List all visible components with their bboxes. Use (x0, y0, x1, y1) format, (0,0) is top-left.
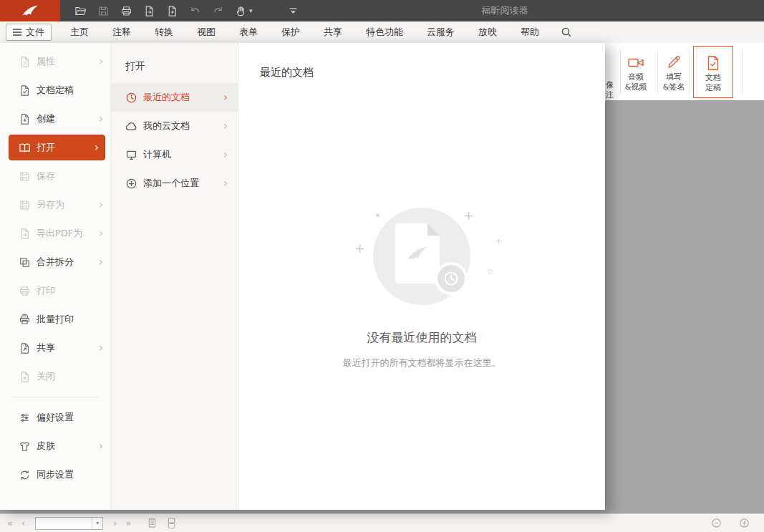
tab-form[interactable]: 表单 (239, 26, 258, 39)
cloud-icon (125, 120, 137, 132)
chevron-right-icon: › (223, 178, 228, 189)
ribbon-tabs: 主页 注释 转换 视图 表单 保护 共享 特色功能 云服务 放映 帮助 (70, 26, 539, 39)
foxit-watermark-icon (406, 244, 429, 263)
clock-icon (125, 92, 137, 104)
share-icon (19, 342, 31, 354)
chevron-right-icon: › (99, 57, 103, 67)
document-check-icon (694, 51, 732, 71)
undo-icon[interactable] (189, 5, 201, 17)
file-menu-item-doc-finalize[interactable]: 文档定稿 (0, 76, 110, 105)
save-as-icon (19, 199, 31, 211)
open-panel-item-recent-docs[interactable]: 最近的文档 › (111, 83, 238, 112)
open-panel-header: 打开 (125, 60, 238, 73)
audio-video-label-1: 音频 (616, 72, 656, 82)
foxit-logo-button[interactable] (0, 0, 60, 21)
open-panel-item-add-place[interactable]: 添加一个位置 › (111, 169, 238, 198)
tab-home[interactable]: 主页 (70, 26, 89, 39)
zoom-out-icon[interactable] (711, 518, 722, 528)
search-icon[interactable] (561, 26, 572, 38)
folded-corner-flap (427, 223, 440, 236)
quick-access-toolbar: ▾ (74, 5, 299, 17)
print-icon (19, 285, 31, 297)
ribbon-doc-finalize-button[interactable]: 文档 定稿 (693, 46, 733, 98)
tab-help[interactable]: 帮助 (521, 26, 539, 39)
foxit-logo-icon (21, 4, 39, 17)
file-menu-item-save-as[interactable]: 另存为 › (0, 190, 110, 219)
file-menu-sidebar: 属性 › 文档定稿 创建 › 打开 › 保存 另存为 › 导出PDF为 (0, 43, 111, 510)
tab-convert[interactable]: 转换 (155, 26, 173, 39)
page-dropdown-icon[interactable]: ▾ (92, 518, 102, 529)
file-menu-item-combine-split[interactable]: 合并拆分 › (0, 248, 110, 276)
redo-icon[interactable] (212, 5, 224, 17)
statusbar-right-controls (707, 518, 754, 528)
plus-decoration-icon: + (463, 209, 474, 222)
chevron-right-icon: › (99, 343, 103, 354)
file-menu-item-properties[interactable]: 属性 › (0, 47, 110, 76)
sync-settings-icon (19, 469, 31, 481)
preferences-icon (19, 412, 31, 424)
last-page-icon[interactable]: » (121, 518, 135, 528)
file-menu-button[interactable]: 文件 (6, 24, 52, 41)
dot-decoration (488, 269, 493, 274)
pencil-icon (654, 50, 694, 70)
doc-create-icon[interactable] (166, 5, 178, 17)
open-icon (19, 142, 31, 154)
open-file-icon[interactable] (74, 5, 87, 17)
recent-documents-content: 最近的文档 + + + 没有最近使用的文档 最近打开的所有文 (238, 43, 605, 510)
tab-special-features[interactable]: 特色功能 (366, 26, 403, 39)
prev-page-icon[interactable]: ‹ (17, 518, 29, 528)
clock-badge-icon (435, 262, 468, 295)
file-menu-item-batch-print[interactable]: 批量打印 (0, 305, 110, 334)
page-number-input[interactable] (36, 518, 92, 529)
save-icon[interactable] (97, 5, 110, 17)
plus-decoration-icon: + (354, 242, 365, 255)
file-menu-item-close[interactable]: 关闭 (0, 362, 110, 391)
save-icon (19, 170, 31, 183)
next-page-icon[interactable]: › (109, 518, 121, 528)
doc-export-icon[interactable] (143, 5, 155, 17)
tab-comment[interactable]: 注释 (112, 26, 131, 39)
ribbon-fill-sign-button[interactable]: 填写 &签名 (654, 50, 694, 92)
file-button-label: 文件 (26, 26, 44, 39)
chevron-right-icon: › (99, 228, 103, 239)
file-menu-panel: 属性 › 文档定稿 创建 › 打开 › 保存 另存为 › 导出PDF为 (0, 43, 605, 510)
fill-sign-label-2: &签名 (654, 82, 694, 92)
skin-icon (19, 440, 31, 453)
tab-view[interactable]: 视图 (197, 26, 216, 39)
file-menu-item-share[interactable]: 共享 › (0, 334, 110, 362)
page-number-combobox: ▾ (35, 517, 103, 530)
file-menu-item-create[interactable]: 创建 › (0, 105, 110, 133)
menu-divider (11, 397, 99, 397)
print-icon[interactable] (120, 5, 132, 17)
first-page-icon[interactable]: « (3, 518, 17, 528)
zoom-in-icon[interactable] (739, 518, 750, 528)
file-menu-item-save[interactable]: 保存 (0, 162, 110, 190)
open-panel-item-cloud-docs[interactable]: 我的云文档 › (111, 112, 238, 140)
chevron-right-icon: › (95, 142, 99, 153)
doc-finalize-label-1: 文档 (694, 73, 732, 83)
single-page-view-icon[interactable] (147, 518, 158, 528)
chevron-right-icon: › (99, 257, 103, 268)
file-menu-item-skin[interactable]: 皮肤 › (0, 432, 110, 460)
audio-video-label-2: &视频 (616, 82, 656, 92)
tab-share[interactable]: 共享 (324, 26, 342, 39)
tab-protect[interactable]: 保护 (281, 26, 300, 39)
file-menu-item-sync-settings[interactable]: 同步设置 (0, 460, 110, 489)
ribbon-audio-video-button[interactable]: 音频 &视频 (616, 50, 656, 92)
empty-state-subtitle: 最近打开的所有文档都将显示在这里。 (238, 357, 605, 369)
file-menu-item-open[interactable]: 打开 › (9, 135, 105, 160)
customize-toolbar-icon[interactable] (287, 5, 299, 17)
hand-tool-button[interactable]: ▾ (235, 5, 253, 17)
continuous-view-icon[interactable] (166, 518, 177, 528)
open-panel-item-computer[interactable]: 计算机 › (111, 140, 238, 169)
chevron-right-icon: › (99, 441, 103, 452)
ribbon-tab-bar: 文件 主页 注释 转换 视图 表单 保护 共享 特色功能 云服务 放映 帮助 (0, 21, 764, 43)
fill-sign-label-1: 填写 (654, 72, 694, 82)
tab-slideshow[interactable]: 放映 (478, 26, 497, 39)
file-menu-item-export-pdf[interactable]: 导出PDF为 › (0, 219, 110, 248)
open-panel: 打开 最近的文档 › 我的云文档 › 计算机 › 添加一个位置 › (111, 43, 238, 510)
content-title: 最近的文档 (260, 66, 314, 79)
file-menu-item-preferences[interactable]: 偏好设置 (0, 403, 110, 432)
tab-cloud-services[interactable]: 云服务 (427, 26, 455, 39)
file-menu-item-print[interactable]: 打印 (0, 276, 110, 305)
